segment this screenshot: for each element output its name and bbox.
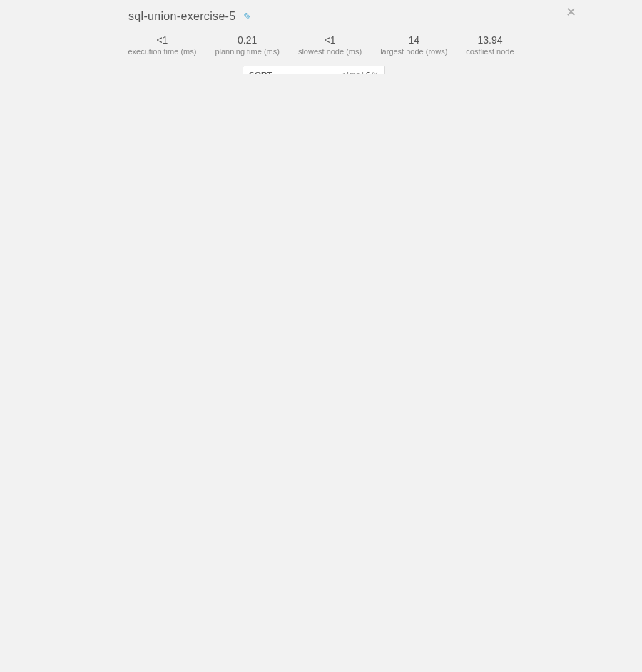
edit-icon[interactable]: ✎ [243, 11, 252, 22]
stat-value: <1 [298, 34, 362, 46]
stat-label: costliest node [466, 47, 514, 56]
stat-value: 14 [380, 34, 447, 46]
stat: 14largest node (rows) [380, 34, 447, 56]
stat: 0.21planning time (ms) [215, 34, 279, 56]
stat-label: planning time (ms) [215, 47, 279, 56]
stat: <1execution time (ms) [128, 34, 196, 56]
plan-title: sql-union-exercise-5 [128, 10, 235, 22]
stat: 13.94costliest node [466, 34, 514, 56]
stats-row: <1execution time (ms)0.21planning time (… [0, 34, 642, 64]
close-icon[interactable]: ✕ [566, 4, 576, 20]
stat-label: largest node (rows) [380, 47, 447, 56]
node-timing: <1ms | 6 % [341, 71, 379, 74]
stat: <1slowest node (ms) [298, 34, 362, 56]
stat-value: 13.94 [466, 34, 514, 46]
stat-label: execution time (ms) [128, 47, 196, 56]
node-sort1[interactable]: SORT<1ms | 6 %by b.ord_nolargestrows: 14… [243, 66, 385, 74]
title-bar: sql-union-exercise-5 ✎ [0, 10, 642, 34]
stat-label: slowest node (ms) [298, 47, 362, 56]
stat-value: <1 [128, 34, 196, 46]
stat-value: 0.21 [215, 34, 279, 46]
node-name: SORT [249, 71, 272, 74]
